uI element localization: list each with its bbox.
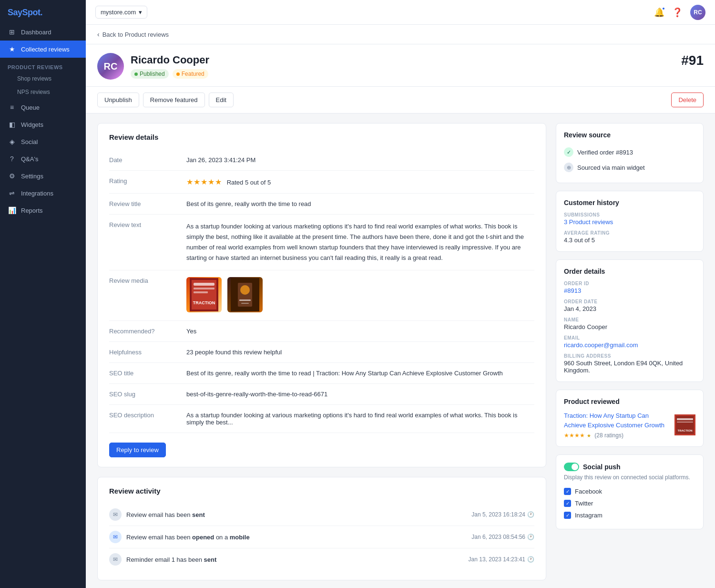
seo-title-row: SEO title Best of its genre, really wort…	[109, 363, 534, 384]
review-title-row: Review title Best of its genre, really w…	[109, 194, 534, 215]
avg-rating-value: 4.3 out of 5	[564, 237, 695, 244]
sidebar-item-shop-reviews[interactable]: Shop reviews	[0, 72, 86, 85]
customer-history-title: Customer history	[564, 199, 695, 206]
stars-display: ★★★★★	[186, 178, 222, 186]
review-media-value: TRACTION	[186, 277, 534, 314]
sidebar-item-queue[interactable]: ≡ Queue	[0, 99, 86, 116]
activity-left-1: ✉ Review email has been sent	[109, 508, 205, 521]
recommended-row: Recommended? Yes	[109, 321, 534, 342]
verified-icon: ✓	[564, 147, 573, 157]
order-id-value[interactable]: #8913	[564, 287, 581, 294]
reply-button[interactable]: Reply to review	[109, 443, 166, 457]
review-actions: Unpublish Remove featured Edit Delete	[86, 87, 715, 113]
product-row: Traction: How Any Startup Can Achieve Ex…	[564, 411, 695, 439]
sidebar-item-integrations[interactable]: ⇌ Integrations	[0, 185, 86, 202]
reviewer-info: RC Ricardo Cooper Published Featured	[97, 53, 209, 80]
review-header-top: RC Ricardo Cooper Published Featured	[97, 53, 704, 80]
verified-order-row: ✓ Verified order #8913	[564, 144, 695, 160]
social-push-description: Display this review on connected social …	[564, 474, 695, 481]
avg-rating-label: AVERAGE RATING	[564, 230, 695, 236]
activity-item-2: ✉ Review email has been opened on a mobi…	[109, 526, 534, 548]
app-logo: SaySpot.	[0, 0, 86, 23]
activity-left-2: ✉ Review email has been opened on a mobi…	[109, 531, 250, 543]
sidebar-item-reports[interactable]: 📊 Reports	[0, 202, 86, 219]
status-badges: Published Featured	[131, 69, 209, 79]
sidebar-item-nps-reviews[interactable]: NPS reviews	[0, 85, 86, 99]
social-push-toggle-switch[interactable]	[564, 463, 579, 471]
topbar-actions: 🔔 ❓ RC	[654, 5, 705, 20]
seo-slug-row: SEO slug best-of-its-genre-really-worth-…	[109, 384, 534, 405]
notifications-icon[interactable]: 🔔	[654, 7, 664, 18]
review-header: RC Ricardo Cooper Published Featured	[86, 44, 715, 87]
integrations-icon: ⇌	[8, 189, 16, 197]
date-label: Date	[109, 156, 181, 164]
product-name[interactable]: Traction: How Any Startup Can Achieve Ex…	[564, 412, 664, 429]
sourced-via-row: ⊕ Sourced via main widget	[564, 160, 695, 175]
svg-rect-14	[677, 422, 693, 423]
svg-point-8	[240, 285, 250, 295]
twitter-label: Twitter	[575, 500, 593, 507]
dashboard-icon: ⊞	[8, 28, 16, 36]
review-title-value: Best of its genre, really worth the time…	[186, 200, 534, 207]
email-value[interactable]: ricardo.cooper@gmail.com	[564, 341, 638, 349]
sidebar-item-widgets[interactable]: ◧ Widgets	[0, 116, 86, 133]
facebook-row: ✓ Facebook	[564, 485, 695, 497]
activity-section: Review activity ✉ Review email has been …	[98, 477, 546, 580]
submissions-value: 3 Product reviews	[564, 218, 695, 226]
sidebar-item-social[interactable]: ◈ Social	[0, 133, 86, 150]
submissions-link[interactable]: 3 Product reviews	[564, 218, 613, 226]
content-area: ‹ Back to Product reviews RC Ricardo Coo…	[86, 25, 715, 588]
date-row: Date Jan 26, 2023 3:41:24 PM	[109, 150, 534, 171]
activity-email-icon-1: ✉	[109, 508, 122, 521]
review-source-card: Review source ✓ Verified order #8913 ⊕ S…	[556, 123, 704, 183]
helpfulness-label: Helpfulness	[109, 349, 181, 356]
review-source-title: Review source	[564, 131, 695, 139]
instagram-checkbox[interactable]: ✓	[564, 512, 571, 519]
sidebar-item-collected-reviews[interactable]: ★ Collected reviews	[0, 41, 86, 58]
sidebar-item-label: Dashboard	[21, 29, 51, 36]
remove-featured-button[interactable]: Remove featured	[143, 93, 205, 107]
star-icon: ★	[8, 45, 16, 53]
sidebar-item-qanda[interactable]: ? Q&A's	[0, 150, 86, 167]
widget-icon: ⊕	[564, 163, 573, 172]
social-push-toggle: Social push	[564, 463, 695, 471]
order-id-label: ORDER ID	[564, 281, 695, 286]
user-avatar[interactable]: RC	[690, 5, 705, 20]
help-icon[interactable]: ❓	[672, 7, 683, 18]
app-name: SaySpot	[8, 8, 41, 17]
published-dot	[134, 72, 138, 76]
activity-email-icon-3: ✉	[109, 553, 122, 566]
edit-button[interactable]: Edit	[209, 93, 234, 107]
svg-text:TRACTION: TRACTION	[193, 300, 215, 305]
breadcrumb[interactable]: ‹ Back to Product reviews	[86, 25, 715, 44]
store-selector[interactable]: mystore.com ▾	[95, 6, 147, 19]
facebook-checkbox[interactable]: ✓	[564, 488, 571, 495]
review-details-card: Review details Date Jan 26, 2023 3:41:24…	[97, 123, 546, 467]
queue-icon: ≡	[8, 103, 16, 112]
twitter-checkbox[interactable]: ✓	[564, 500, 571, 507]
customer-history-card: Customer history SUBMISSIONS 3 Product r…	[556, 191, 704, 252]
media-thumb-2[interactable]	[227, 277, 263, 312]
sidebar-item-label: Social	[21, 138, 38, 145]
delete-button[interactable]: Delete	[671, 93, 704, 107]
date-value: Jan 26, 2023 3:41:24 PM	[186, 156, 534, 164]
twitter-row: ✓ Twitter	[564, 497, 695, 509]
order-details-title: Order details	[564, 268, 695, 275]
clock-icon-1: 🕐	[527, 511, 534, 518]
social-push-card: Social push Display this review on conne…	[556, 454, 704, 529]
media-thumb-1[interactable]: TRACTION	[186, 277, 222, 312]
seo-title-label: SEO title	[109, 370, 181, 377]
unpublish-button[interactable]: Unpublish	[97, 93, 139, 107]
facebook-label: Facebook	[575, 488, 602, 495]
seo-title-value: Best of its genre, really worth the time…	[186, 370, 534, 377]
recommended-value: Yes	[186, 328, 534, 335]
activity-item-3: ✉ Reminder email 1 has been sent Jan 13,…	[109, 548, 534, 570]
sidebar-item-settings[interactable]: ⚙ Settings	[0, 167, 86, 185]
social-push-title: Social push	[583, 463, 621, 471]
activity-title: Review activity	[109, 487, 534, 495]
seo-slug-label: SEO slug	[109, 391, 181, 398]
sidebar-item-dashboard[interactable]: ⊞ Dashboard	[0, 23, 86, 41]
clock-icon-2: 🕐	[527, 534, 534, 540]
review-text-value: As a startup founder looking at various …	[186, 221, 534, 263]
order-date-label: ORDER DATE	[564, 299, 695, 304]
